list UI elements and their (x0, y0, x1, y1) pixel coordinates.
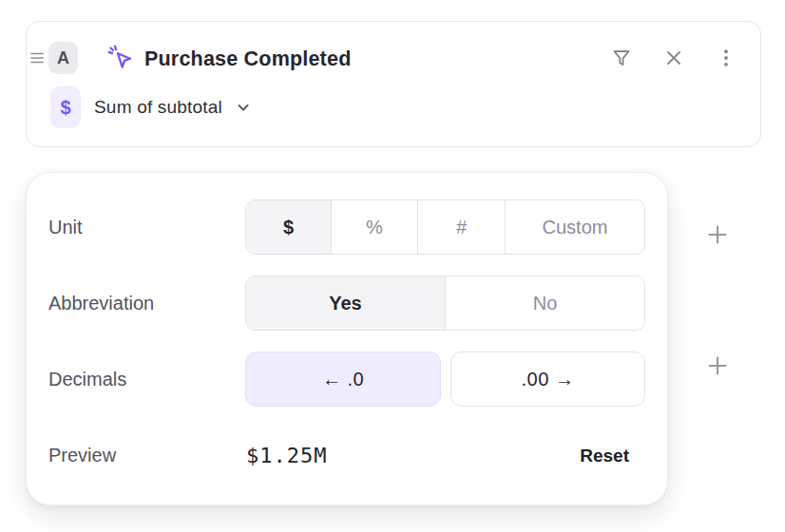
metric-select-dropdown[interactable]: $ Sum of subtotal (50, 86, 253, 128)
event-position-badge: A (48, 42, 78, 74)
event-title[interactable]: Purchase Completed (144, 45, 351, 73)
kebab-vertical-icon (715, 47, 737, 69)
plus-icon (706, 223, 729, 246)
more-options-button[interactable] (713, 45, 739, 71)
format-panel: Unit $ % # Custom Abbreviation Yes No De… (26, 172, 668, 505)
abbreviation-option-yes[interactable]: Yes (246, 276, 446, 330)
unit-label: Unit (48, 214, 83, 240)
unit-segmented-control: $ % # Custom (245, 200, 645, 255)
drag-handle-icon[interactable] (29, 49, 46, 66)
chevron-down-icon (234, 98, 253, 117)
event-card: A Purchase Completed (26, 21, 761, 147)
decimals-decrease-button[interactable]: ← .0 (245, 352, 441, 407)
add-metric-button-bottom[interactable] (705, 353, 730, 378)
unit-option-number[interactable]: # (418, 200, 506, 254)
unit-option-dollar[interactable]: $ (246, 200, 332, 254)
reset-button[interactable]: Reset (580, 444, 629, 468)
funnel-icon (610, 47, 633, 69)
add-metric-button-top[interactable] (705, 222, 730, 247)
metric-unit-badge: $ (50, 86, 81, 128)
unit-option-custom[interactable]: Custom (506, 200, 644, 254)
abbreviation-option-no[interactable]: No (446, 276, 644, 330)
close-button[interactable] (661, 45, 687, 71)
preview-value: $1.25M (246, 444, 327, 468)
preview-label: Preview (48, 442, 116, 468)
decimals-label: Decimals (48, 366, 126, 392)
plus-icon (706, 354, 729, 377)
click-cursor-icon (105, 42, 137, 74)
metric-unit-symbol: $ (60, 97, 70, 119)
metric-settings-view: A Purchase Completed (0, 0, 785, 532)
unit-option-percent[interactable]: % (332, 200, 418, 254)
decimals-controls: ← .0 .00 → (245, 352, 645, 407)
filter-button[interactable] (608, 45, 635, 71)
decimals-increase-button[interactable]: .00 → (450, 352, 645, 407)
abbreviation-label: Abbreviation (48, 290, 154, 316)
metric-label: Sum of subtotal (94, 97, 222, 118)
x-icon (662, 47, 685, 69)
abbreviation-segmented-control: Yes No (245, 276, 645, 331)
